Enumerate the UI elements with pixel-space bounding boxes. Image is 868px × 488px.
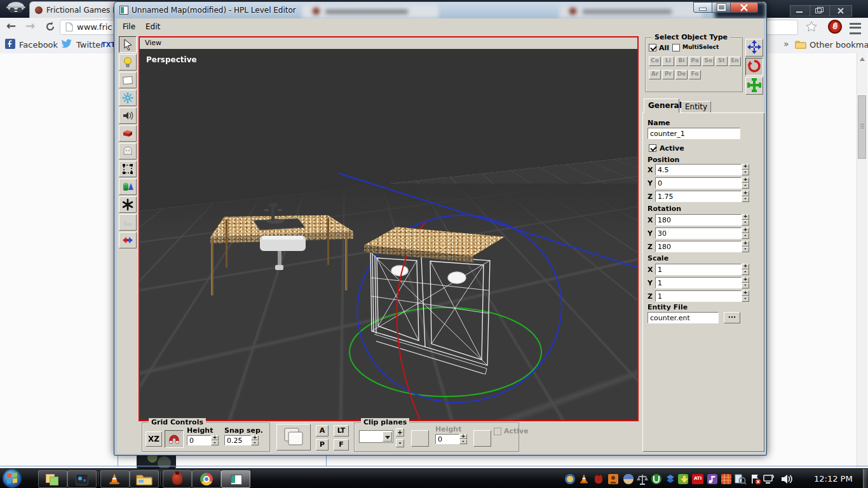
show-desktop-button[interactable]: [863, 469, 868, 488]
taskbar-clock[interactable]: 12:12 PM: [814, 474, 853, 484]
bookmarks-overflow-chevron[interactable]: »: [783, 39, 789, 49]
toggle-p-button[interactable]: P: [316, 439, 329, 451]
tool-lights-button[interactable]: [119, 54, 137, 71]
type-st-button[interactable]: St: [715, 57, 728, 66]
browser-menu-icon[interactable]: [850, 23, 861, 34]
tool-primitives-button[interactable]: [119, 179, 137, 195]
viewport-layout-button[interactable]: [276, 424, 311, 451]
tray-icons[interactable]: [564, 473, 774, 485]
tray-search-icon: [735, 475, 746, 484]
bookmark-twitter[interactable]: Twitter: [76, 40, 104, 50]
toggle-lt-button[interactable]: LT: [334, 425, 349, 437]
tool-sounds-button[interactable]: [119, 107, 137, 124]
tab-entity[interactable]: Entity: [681, 101, 711, 113]
toggle-a-button[interactable]: A: [316, 425, 329, 437]
clip-side-button[interactable]: [473, 430, 491, 447]
active-checkbox[interactable]: [649, 144, 656, 152]
other-bookmarks-label[interactable]: Other bookmarks: [810, 40, 868, 50]
adblock-icon[interactable]: [828, 20, 842, 34]
browser-close-button[interactable]: [829, 5, 852, 17]
page-scrollbar[interactable]: [857, 53, 867, 468]
scale-y-input[interactable]: [655, 277, 742, 288]
back-icon[interactable]: ←: [6, 19, 16, 32]
taskbar-app-chrome[interactable]: [192, 470, 221, 488]
tool-fog-areas-button[interactable]: [119, 214, 137, 231]
rotation-z-input[interactable]: [655, 241, 742, 252]
clip-height-input[interactable]: [435, 434, 459, 444]
start-button[interactable]: [3, 469, 22, 488]
taskbar-app-amnesia[interactable]: [163, 470, 192, 488]
clip-plane-axis-button[interactable]: [411, 430, 429, 447]
type-pr-button[interactable]: Pr: [662, 70, 674, 79]
tool-billboard-button[interactable]: [119, 72, 137, 88]
browser-restore-button[interactable]: [810, 5, 830, 17]
tool-select-button[interactable]: [119, 36, 137, 53]
tool-compounds-button[interactable]: [119, 232, 137, 248]
type-li-button[interactable]: Li: [662, 57, 674, 66]
selected-counter-wireframe[interactable]: [370, 252, 490, 374]
clip-active-checkbox[interactable]: [494, 428, 501, 435]
tool-particles-button[interactable]: [119, 90, 137, 106]
translate-mode-button[interactable]: [745, 39, 763, 57]
type-en-button[interactable]: En: [729, 57, 741, 66]
editor-title-bar[interactable]: Unnamed Map(modified) - HPL Level Editor: [114, 2, 766, 18]
taskbar-app-utility[interactable]: [67, 470, 97, 488]
taskbar-app-notes[interactable]: [38, 470, 67, 488]
snap-sep-input[interactable]: [224, 435, 251, 445]
type-pa-button[interactable]: Pa: [689, 57, 701, 66]
chevron-down-icon[interactable]: [383, 431, 392, 442]
position-x-input[interactable]: [655, 164, 742, 175]
editor-maximize-button[interactable]: [712, 2, 731, 13]
entity-file-input[interactable]: [648, 312, 719, 323]
rotate-mode-button[interactable]: [745, 58, 763, 76]
scale-x-input[interactable]: [655, 264, 742, 275]
scale-z-input[interactable]: [655, 290, 742, 302]
entity-file-browse-button[interactable]: ...: [724, 312, 740, 323]
type-ar-button[interactable]: Ar: [649, 70, 661, 79]
clip-plane-add-button[interactable]: +: [396, 428, 404, 437]
bookmark-star-icon[interactable]: [806, 21, 817, 35]
tool-decals-button[interactable]: [119, 196, 137, 213]
tab-general[interactable]: General: [644, 98, 679, 113]
grid-height-input[interactable]: [187, 435, 211, 445]
type-bi-button[interactable]: Bi: [675, 57, 688, 66]
browser-minimize-button[interactable]: [790, 5, 810, 17]
taskbar-app-editor-active[interactable]: [221, 470, 250, 488]
rotation-y-input[interactable]: [655, 227, 742, 239]
all-checkbox[interactable]: [649, 44, 656, 51]
name-input[interactable]: [648, 128, 740, 139]
multiselect-checkbox[interactable]: [672, 44, 680, 51]
scroll-up-icon[interactable]: [860, 57, 865, 61]
tool-areas-button[interactable]: [119, 161, 137, 177]
clip-plane-remove-button[interactable]: -: [396, 439, 404, 447]
viewport-3d[interactable]: Perspective: [140, 49, 637, 420]
taskbar-app-explorer[interactable]: [130, 470, 159, 488]
tool-entities-button[interactable]: [119, 143, 137, 159]
type-fo-button[interactable]: Fo: [689, 70, 701, 79]
tool-static-objects-button[interactable]: [119, 125, 137, 142]
scale-mode-button[interactable]: [745, 77, 763, 95]
clip-plane-select[interactable]: [359, 430, 393, 443]
editor-close-button[interactable]: [730, 2, 758, 13]
position-y-input[interactable]: [655, 177, 742, 189]
position-z-input[interactable]: [655, 191, 742, 202]
grid-plane-button[interactable]: XZ: [146, 431, 162, 447]
menu-file[interactable]: File: [123, 22, 135, 31]
bookmark-facebook[interactable]: Facebook: [19, 40, 58, 50]
toggle-f-button[interactable]: F: [334, 439, 349, 451]
rotate-gizmo[interactable]: [339, 173, 637, 416]
forward-icon[interactable]: →: [25, 19, 35, 32]
type-co-button[interactable]: Co: [649, 57, 661, 66]
scroll-thumb[interactable]: [858, 95, 866, 159]
browser-tab-active[interactable]: Frictional Games F: [29, 1, 119, 18]
viewport-view-menu[interactable]: View: [145, 39, 161, 47]
editor-minimize-button[interactable]: [693, 2, 712, 13]
snap-toggle-button[interactable]: [165, 430, 184, 448]
type-de-button[interactable]: De: [675, 70, 688, 79]
type-so-button[interactable]: So: [702, 57, 714, 66]
rotation-x-input[interactable]: [655, 214, 742, 226]
menu-edit[interactable]: Edit: [146, 22, 160, 31]
reload-icon[interactable]: [44, 21, 56, 35]
volume-icon[interactable]: [780, 473, 793, 485]
taskbar-app-vlc[interactable]: [100, 470, 130, 488]
